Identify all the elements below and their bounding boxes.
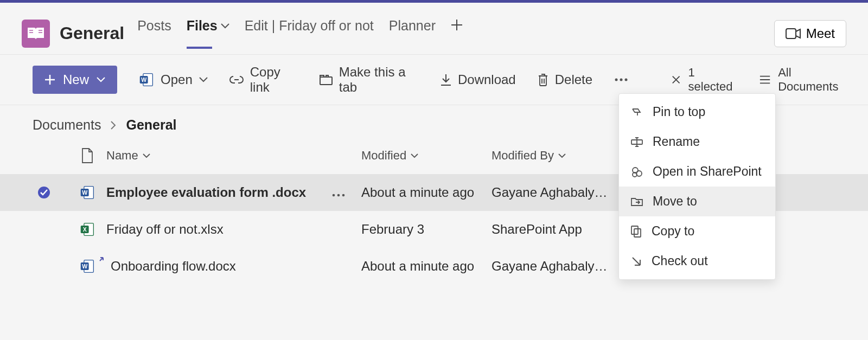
make-tab-label: Make this a tab — [339, 65, 419, 95]
svg-text:W: W — [82, 189, 87, 196]
chevron-right-icon — [111, 121, 116, 130]
chevron-down-icon — [143, 153, 150, 158]
svg-rect-30 — [634, 229, 641, 237]
selected-count[interactable]: 1 selected — [672, 66, 738, 94]
add-tab-button[interactable] — [451, 17, 463, 50]
svg-point-18 — [342, 194, 345, 197]
download-icon — [441, 74, 451, 86]
pin-icon — [631, 107, 643, 118]
copy-icon — [631, 226, 642, 238]
menu-pin-to-top[interactable]: Pin to top — [619, 97, 775, 127]
delete-label: Delete — [555, 72, 592, 87]
svg-rect-8 — [320, 77, 332, 85]
chevron-down-icon — [411, 153, 418, 158]
rename-icon — [631, 137, 643, 147]
svg-point-17 — [337, 194, 340, 197]
svg-point-9 — [615, 79, 618, 81]
menu-item-label: Pin to top — [653, 105, 705, 119]
svg-text:W: W — [82, 263, 87, 270]
new-button-label: New — [63, 72, 89, 87]
tab-files-label: Files — [187, 18, 218, 34]
svg-point-11 — [625, 79, 628, 81]
menu-item-label: Rename — [653, 134, 700, 149]
excel-file-icon: X — [80, 222, 95, 237]
col-name[interactable]: Name — [106, 149, 361, 163]
download-label: Download — [458, 72, 516, 87]
delete-button[interactable]: Delete — [538, 72, 592, 87]
word-icon: W — [139, 72, 154, 87]
menu-item-label: Open in SharePoint — [653, 164, 762, 179]
svg-rect-29 — [631, 226, 638, 234]
col-icon — [68, 148, 106, 163]
row-more-button[interactable] — [332, 185, 345, 200]
file-name[interactable]: Employee evaluation form .docx — [106, 185, 306, 200]
menu-copy-to[interactable]: Copy to — [619, 216, 775, 246]
file-name[interactable]: Onboarding flow.docx — [111, 259, 236, 274]
col-modified[interactable]: Modified — [361, 149, 492, 163]
menu-item-label: Copy to — [652, 224, 694, 239]
file-modified: About a minute ago — [361, 259, 492, 274]
close-icon[interactable] — [672, 75, 680, 85]
selected-check-icon[interactable] — [37, 185, 51, 200]
meet-button[interactable]: Meet — [774, 20, 846, 47]
channel-header: General Posts Files Edit | Friday off or… — [0, 3, 868, 54]
meet-button-label: Meet — [806, 26, 835, 41]
open-button[interactable]: W Open — [139, 72, 208, 87]
svg-rect-4 — [786, 29, 796, 39]
file-modified: February 3 — [361, 222, 492, 237]
col-modifiedby-label: Modified By — [492, 149, 554, 163]
chevron-down-icon — [199, 77, 208, 82]
chevron-down-icon — [558, 153, 566, 158]
svg-text:X: X — [83, 226, 87, 233]
view-switcher[interactable]: All Documents — [760, 66, 848, 94]
ellipsis-icon — [332, 194, 345, 197]
ellipsis-icon — [614, 78, 628, 82]
word-file-icon: W — [80, 259, 95, 274]
checkout-indicator-icon — [97, 256, 104, 264]
view-switcher-label: All Documents — [778, 66, 848, 94]
context-menu: Pin to top Rename Open in SharePoint Mov… — [618, 93, 776, 280]
menu-move-to[interactable]: Move to — [619, 187, 775, 216]
svg-point-10 — [620, 79, 623, 81]
menu-item-label: Check out — [652, 254, 708, 268]
new-button[interactable]: New — [33, 66, 117, 94]
channel-name: General — [60, 23, 124, 43]
link-icon — [229, 75, 244, 85]
more-button[interactable] — [614, 78, 628, 82]
selected-count-label: 1 selected — [688, 66, 738, 94]
video-icon — [786, 28, 801, 39]
team-avatar — [22, 20, 50, 48]
move-icon — [631, 197, 643, 207]
menu-check-out[interactable]: Check out — [619, 246, 775, 276]
tab-planner[interactable]: Planner — [389, 18, 436, 49]
checkout-icon — [631, 256, 642, 267]
col-modified-label: Modified — [361, 149, 406, 163]
tab-posts[interactable]: Posts — [137, 18, 171, 49]
copy-link-button[interactable]: Copy link — [229, 65, 298, 95]
file-modified: About a minute ago — [361, 185, 492, 200]
tab-files[interactable]: Files — [187, 18, 229, 49]
chevron-down-icon — [97, 77, 105, 82]
tab-edit[interactable]: Edit | Friday off or not — [245, 18, 374, 49]
tab-icon — [320, 74, 333, 85]
trash-icon — [538, 73, 548, 86]
download-button[interactable]: Download — [441, 72, 516, 87]
svg-point-16 — [333, 194, 335, 197]
plus-icon — [44, 74, 55, 85]
make-tab-button[interactable]: Make this a tab — [320, 65, 419, 95]
book-icon — [27, 27, 45, 41]
copy-link-label: Copy link — [250, 65, 298, 95]
menu-rename[interactable]: Rename — [619, 127, 775, 157]
breadcrumb-current: General — [126, 117, 176, 133]
breadcrumb-root[interactable]: Documents — [33, 117, 101, 133]
file-icon — [81, 148, 93, 163]
open-button-label: Open — [161, 72, 193, 87]
plus-icon — [451, 19, 463, 31]
sharepoint-icon — [631, 166, 643, 178]
svg-text:W: W — [141, 76, 146, 83]
file-name[interactable]: Friday off or not.xlsx — [106, 222, 224, 237]
menu-open-sharepoint[interactable]: Open in SharePoint — [619, 157, 775, 187]
chevron-down-icon — [221, 23, 229, 29]
word-file-icon: W — [80, 185, 95, 200]
menu-item-label: Move to — [653, 194, 697, 209]
